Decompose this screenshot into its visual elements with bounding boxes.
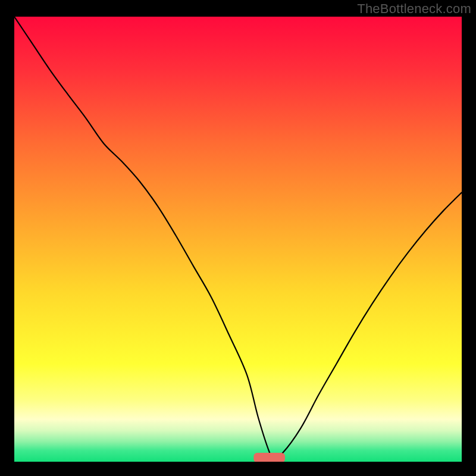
watermark-text: TheBottleneck.com	[357, 1, 471, 17]
bottleneck-chart-svg	[14, 17, 462, 462]
plot-area	[14, 17, 462, 462]
gradient-background	[14, 17, 462, 462]
chart-frame: TheBottleneck.com	[0, 0, 476, 476]
optimum-marker	[253, 453, 285, 462]
